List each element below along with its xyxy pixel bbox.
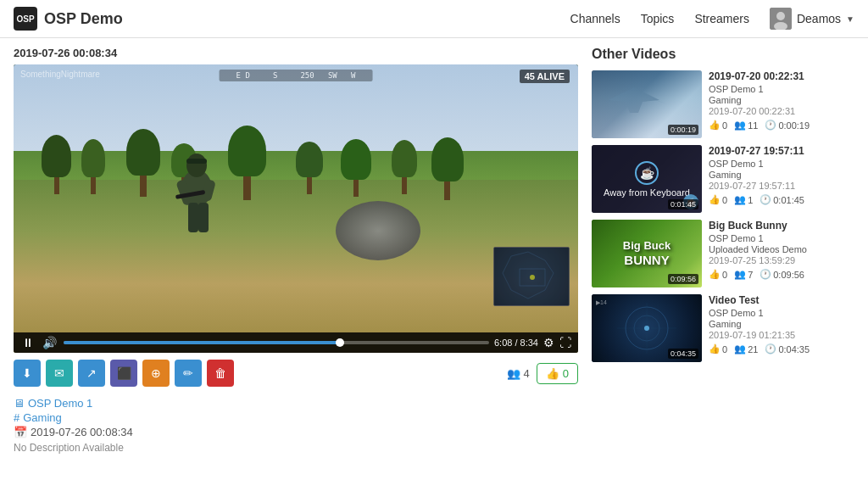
thumbup-icon: 👍	[709, 343, 721, 354]
duration-stat: 🕐 0:04:35	[765, 343, 810, 354]
viewers-icon: 👥	[734, 194, 746, 205]
video-title: 2019-07-20 00:22:31	[709, 70, 854, 82]
likes-stat: 👍 0	[709, 194, 727, 205]
other-videos-title: Other Videos	[592, 47, 854, 62]
video-channel: OSP Demo 1	[709, 233, 854, 243]
tree-decoration	[42, 135, 71, 194]
video-description: No Description Available	[14, 442, 578, 454]
video-info: Big Buck Bunny OSP Demo 1 Uploaded Video…	[709, 220, 854, 287]
like-icon: 👍	[546, 367, 559, 380]
list-item[interactable]: ▶14 0:04:35 Video Test OSP Demo 1 Gaming…	[592, 294, 854, 362]
time-display: 6:08 / 8:34	[494, 338, 538, 348]
viewers-stat: 👥 1	[734, 194, 753, 205]
volume-button[interactable]: 🔊	[41, 336, 58, 349]
share-button[interactable]: ↗	[78, 360, 105, 387]
nav-streamers[interactable]: Streamers	[694, 12, 749, 25]
viewers-count: 21	[748, 344, 758, 354]
clock-icon: 🕐	[760, 269, 771, 280]
thumb-duration: 0:01:45	[668, 199, 698, 209]
likes-stat: 👍 0	[709, 269, 727, 280]
video-frame: E D S 250 SW W 45 ALIVE	[14, 64, 578, 353]
progress-fill	[64, 341, 340, 344]
user-menu[interactable]: Deamos ▼	[770, 8, 854, 30]
tree-decoration	[296, 142, 323, 194]
user-name: Deamos	[797, 12, 841, 25]
download-button[interactable]: ⬇	[14, 360, 41, 387]
nav-channels[interactable]: Channels	[570, 12, 620, 25]
main-nav: Channels Topics Streamers Deamos ▼	[570, 8, 854, 30]
logo-text: OSP	[16, 14, 34, 24]
add-button[interactable]: ⊕	[142, 360, 170, 387]
action-buttons-right: 👥 4 👍 0	[507, 363, 578, 384]
video-overlay-timestamp: SomethingNightmare	[20, 70, 100, 79]
right-panel: Other Videos 0:00:19 2019-07-20 00:22:31	[592, 47, 854, 457]
svg-point-22	[644, 326, 649, 331]
viewers-count: 11	[748, 120, 758, 131]
video-category: Gaming	[709, 170, 854, 180]
minimap	[493, 247, 570, 306]
video-info: 2019-07-27 19:57:11 OSP Demo 1 Gaming 20…	[709, 145, 854, 213]
progress-bar[interactable]	[64, 341, 489, 344]
duration-stat: 🕐 0:00:19	[765, 120, 810, 131]
tree-decoration	[126, 129, 160, 197]
header: OSP OSP Demo Channels Topics Streamers D…	[0, 0, 868, 38]
header-left: OSP OSP Demo	[14, 7, 123, 31]
edit-button[interactable]: ✏	[175, 360, 202, 387]
viewers-icon: 👥	[734, 120, 746, 131]
duration-value: 0:00:19	[778, 120, 810, 131]
logo-icon: OSP	[14, 7, 37, 31]
video-date: 2019-07-20 00:22:31	[709, 106, 854, 116]
thumb-duration: 0:09:56	[668, 274, 698, 284]
viewers-number: 4	[524, 367, 530, 380]
video-date: 2019-07-25 13:59:29	[709, 255, 854, 265]
category-name: Gaming	[23, 411, 62, 424]
video-thumbnail: ☕ Away from Keyboard ☕ 0:01:45	[592, 145, 702, 213]
tree-decoration	[341, 139, 371, 197]
duration-value: 0:01:45	[773, 195, 804, 205]
main-container: 2019-07-26 00:08:34	[0, 38, 868, 466]
list-item[interactable]: Big Buck BUNNY 0:09:56 Big Buck Bunny OS…	[592, 220, 854, 287]
like-count: 0	[563, 367, 569, 380]
svg-text:▶14: ▶14	[596, 299, 607, 305]
duration-stat: 🕐 0:01:45	[760, 194, 804, 205]
duration-value: 0:04:35	[778, 344, 810, 354]
video-category: Gaming	[709, 319, 854, 329]
svg-point-14	[530, 275, 535, 280]
settings-button[interactable]: ⚙	[543, 336, 554, 349]
action-buttons-row: ⬇ ✉ ↗ ⬛ ⊕ ✏ 🗑 👥 4 👍 0	[14, 353, 578, 393]
monitor-icon: 🖥	[14, 397, 25, 410]
viewers-count: 1	[748, 195, 753, 205]
message-button[interactable]: ✉	[46, 360, 73, 387]
tree-decoration	[228, 126, 266, 200]
other-videos-list: 0:00:19 2019-07-20 00:22:31 OSP Demo 1 G…	[592, 70, 854, 362]
viewers-icon: 👥	[734, 343, 746, 354]
video-title: 2019-07-27 19:57:11	[709, 145, 854, 157]
like-button[interactable]: 👍 0	[537, 363, 578, 384]
svg-point-1	[776, 12, 785, 20]
list-item[interactable]: ☕ Away from Keyboard ☕ 0:01:45 2019-07-2…	[592, 145, 854, 213]
play-pause-button[interactable]: ⏸	[20, 336, 36, 349]
fullscreen-button[interactable]: ⛶	[559, 336, 571, 349]
user-avatar	[770, 8, 792, 30]
action-buttons-left: ⬇ ✉ ↗ ⬛ ⊕ ✏ 🗑	[14, 360, 234, 387]
video-side: 2019-07-26 00:08:34	[14, 47, 578, 457]
duration-value: 0:09:56	[773, 270, 804, 280]
video-timestamp: 2019-07-26 00:08:34	[14, 47, 578, 59]
video-stats: 👍 0 👥 7 🕐 0:09:56	[709, 269, 854, 280]
list-item[interactable]: 0:00:19 2019-07-20 00:22:31 OSP Demo 1 G…	[592, 70, 854, 138]
likes-stat: 👍 0	[709, 120, 727, 131]
category-link[interactable]: # Gaming	[14, 411, 578, 424]
likes-count: 0	[722, 120, 727, 131]
user-dropdown-arrow: ▼	[846, 14, 854, 24]
rock-obstacle	[336, 201, 420, 260]
svg-rect-8	[188, 203, 198, 232]
nav-topics[interactable]: Topics	[641, 12, 675, 25]
clip-button[interactable]: ⬛	[110, 360, 137, 387]
afk-icon: ☕	[635, 161, 659, 185]
delete-button[interactable]: 🗑	[207, 360, 234, 387]
channel-link[interactable]: 🖥 OSP Demo 1	[14, 397, 578, 410]
video-channel: OSP Demo 1	[709, 159, 854, 169]
clock-icon: 🕐	[765, 120, 776, 131]
progress-thumb	[336, 338, 344, 347]
clock-icon: 🕐	[760, 194, 771, 205]
